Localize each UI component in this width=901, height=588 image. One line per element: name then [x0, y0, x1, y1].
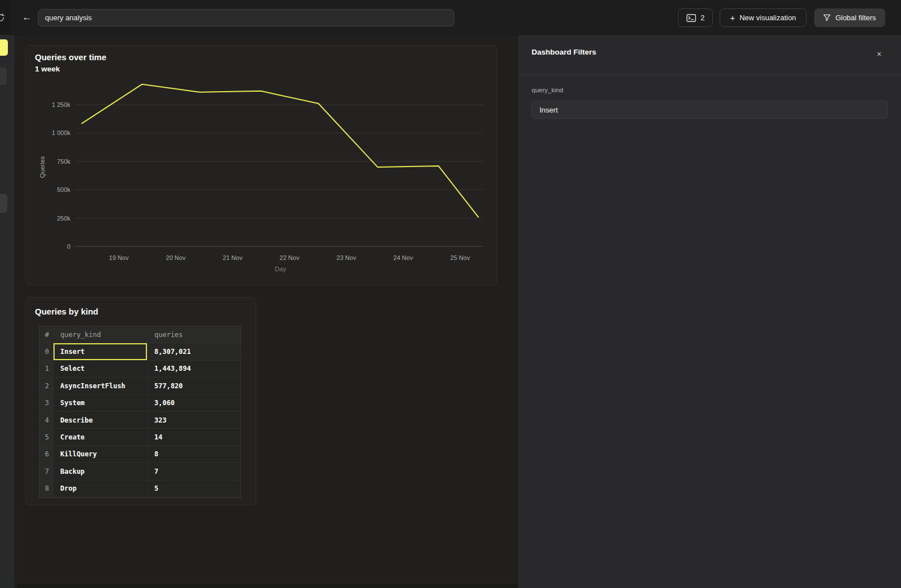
- console-icon: [686, 14, 696, 22]
- rail-item[interactable]: [0, 68, 7, 85]
- refresh-icon[interactable]: [0, 13, 5, 23]
- cell-queries[interactable]: 8: [148, 446, 240, 463]
- queries-line-series: [82, 84, 478, 217]
- column-header-queries[interactable]: queries: [148, 326, 240, 343]
- filter-field-label: query_kind: [532, 87, 563, 93]
- query-kind-filter-input[interactable]: [532, 101, 887, 119]
- console-count: 2: [701, 14, 704, 22]
- next-card-edge: [17, 584, 518, 588]
- x-tick-label: 25 Nov: [450, 254, 470, 261]
- row-index: 3: [39, 395, 53, 412]
- left-rail: [0, 35, 15, 588]
- y-tick-label: 1 250k: [52, 101, 71, 108]
- row-index: 0: [39, 343, 53, 360]
- cell-queries[interactable]: 14: [148, 429, 240, 446]
- x-axis-title: Day: [275, 266, 287, 272]
- cell-query-kind[interactable]: Drop: [53, 481, 148, 497]
- cell-query-kind[interactable]: KillQuery: [53, 446, 148, 463]
- chart-card-queries-over-time: Queries over time 1 week 0250k500k750k1 …: [25, 45, 497, 285]
- cell-query-kind[interactable]: Backup: [53, 463, 148, 480]
- y-tick-label: 250k: [57, 215, 70, 222]
- x-tick-label: 20 Nov: [166, 254, 186, 261]
- y-tick-label: 1 000k: [52, 129, 71, 136]
- dashboard-canvas: Queries over time 1 week 0250k500k750k1 …: [15, 35, 518, 588]
- column-header-query-kind[interactable]: query_kind: [53, 326, 148, 343]
- row-index: 4: [39, 412, 53, 429]
- queries-by-kind-table: #query_kindqueries0Insert8,307,0211Selec…: [39, 326, 241, 498]
- cell-queries[interactable]: 3,060: [148, 395, 240, 412]
- cell-queries[interactable]: 1,443,894: [148, 361, 240, 378]
- rail-item[interactable]: [0, 194, 7, 213]
- table-title: Queries by kind: [35, 307, 99, 316]
- rail-item-active[interactable]: [0, 39, 8, 56]
- global-filters-button[interactable]: Global filters: [814, 8, 885, 27]
- cell-query-kind[interactable]: Insert: [53, 343, 148, 360]
- topbar: ← 2 + New visualization Global fi: [0, 0, 901, 35]
- dashboard-filters-panel: Dashboard Filters × query_kind: [518, 35, 901, 588]
- row-index: 2: [39, 378, 53, 394]
- row-index: 6: [39, 446, 53, 463]
- divider: [518, 75, 901, 75]
- cell-query-kind[interactable]: AsyncInsertFlush: [53, 378, 148, 394]
- filters-panel-title: Dashboard Filters: [532, 48, 596, 56]
- y-tick-label: 750k: [57, 158, 70, 165]
- sql-console-button[interactable]: 2: [678, 8, 713, 27]
- close-icon: ×: [877, 50, 881, 59]
- back-button[interactable]: ←: [21, 12, 33, 23]
- x-tick-label: 19 Nov: [109, 254, 129, 261]
- table-card-queries-by-kind: Queries by kind #query_kindqueries0Inser…: [25, 297, 256, 505]
- x-tick-label: 22 Nov: [280, 254, 300, 261]
- chart-subtitle: 1 week: [35, 65, 60, 73]
- dashboard-title-input[interactable]: [38, 9, 454, 26]
- cell-query-kind[interactable]: Describe: [53, 412, 148, 429]
- new-visualization-label: New visualization: [739, 14, 796, 22]
- x-tick-label: 23 Nov: [337, 254, 356, 261]
- row-index: 8: [39, 481, 53, 497]
- y-tick-label: 500k: [57, 186, 70, 193]
- x-tick-label: 21 Nov: [223, 254, 243, 261]
- row-index: 7: [39, 463, 53, 480]
- cell-query-kind[interactable]: Create: [53, 429, 148, 446]
- cell-queries[interactable]: 7: [148, 463, 240, 480]
- cell-query-kind[interactable]: Select: [53, 361, 148, 378]
- cell-queries[interactable]: 8,307,021: [148, 343, 240, 360]
- y-axis-title: Queries: [39, 156, 46, 178]
- x-tick-label: 24 Nov: [394, 254, 413, 261]
- new-visualization-button[interactable]: + New visualization: [720, 8, 806, 27]
- cell-queries[interactable]: 577,820: [148, 378, 240, 394]
- y-tick-label: 0: [67, 243, 70, 250]
- global-filters-label: Global filters: [835, 14, 876, 22]
- column-header-index[interactable]: #: [39, 326, 53, 343]
- plus-icon: +: [730, 13, 735, 23]
- close-panel-button[interactable]: ×: [873, 48, 885, 60]
- app-window: ← 2 + New visualization Global fi: [0, 0, 901, 588]
- row-index: 5: [39, 429, 53, 446]
- topbar-left-notch: [0, 0, 10, 35]
- cell-queries[interactable]: 323: [148, 412, 240, 429]
- arrow-left-icon: ←: [23, 12, 32, 23]
- cell-query-kind[interactable]: System: [53, 395, 148, 412]
- queries-over-time-chart[interactable]: 0250k500k750k1 000k1 250k19 Nov20 Nov21 …: [26, 77, 497, 275]
- funnel-icon: [823, 14, 831, 21]
- cell-queries[interactable]: 5: [148, 481, 240, 497]
- chart-title: Queries over time: [35, 52, 106, 62]
- row-index: 1: [39, 361, 53, 378]
